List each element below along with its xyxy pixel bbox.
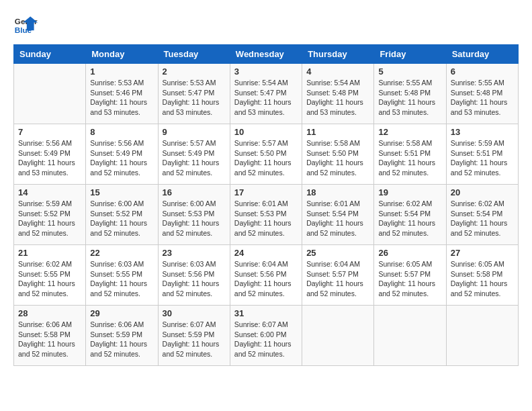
day-number: 15 [90,187,153,197]
day-info: Sunrise: 5:59 AM Sunset: 5:51 PM Dayligh… [451,138,514,178]
day-info: Sunrise: 5:55 AM Sunset: 5:48 PM Dayligh… [451,78,514,118]
day-number: 6 [451,66,514,77]
calendar-cell [374,306,446,366]
calendar-cell: 3Sunrise: 5:54 AM Sunset: 5:47 PM Daylig… [230,64,302,124]
calendar-cell: 30Sunrise: 6:07 AM Sunset: 5:59 PM Dayli… [158,306,230,366]
calendar-cell [302,306,374,366]
calendar-week-row: 28Sunrise: 6:06 AM Sunset: 5:58 PM Dayli… [14,306,519,366]
day-info: Sunrise: 6:05 AM Sunset: 5:57 PM Dayligh… [378,259,441,299]
day-number: 24 [234,248,298,258]
calendar-cell: 21Sunrise: 6:02 AM Sunset: 5:55 PM Dayli… [14,245,86,306]
day-number: 29 [90,308,153,318]
day-info: Sunrise: 6:07 AM Sunset: 6:00 PM Dayligh… [234,320,298,359]
day-info: Sunrise: 5:58 AM Sunset: 5:51 PM Dayligh… [378,138,441,178]
day-info: Sunrise: 5:56 AM Sunset: 5:49 PM Dayligh… [90,138,153,178]
calendar-cell: 26Sunrise: 6:05 AM Sunset: 5:57 PM Dayli… [374,245,446,306]
day-info: Sunrise: 5:57 AM Sunset: 5:49 PM Dayligh… [163,138,226,178]
calendar-week-row: 21Sunrise: 6:02 AM Sunset: 5:55 PM Dayli… [14,245,519,306]
calendar-cell: 13Sunrise: 5:59 AM Sunset: 5:51 PM Dayli… [446,124,518,185]
day-number: 4 [306,66,369,77]
day-info: Sunrise: 6:02 AM Sunset: 5:55 PM Dayligh… [18,259,81,299]
calendar-cell: 25Sunrise: 6:04 AM Sunset: 5:57 PM Dayli… [302,245,374,306]
day-info: Sunrise: 5:58 AM Sunset: 5:50 PM Dayligh… [306,138,369,178]
page-header: General Blue [13,13,519,38]
day-number: 20 [451,187,514,197]
day-number: 14 [18,187,81,197]
calendar-cell: 1Sunrise: 5:53 AM Sunset: 5:46 PM Daylig… [86,64,158,124]
day-number: 30 [163,308,226,318]
day-info: Sunrise: 6:04 AM Sunset: 5:56 PM Dayligh… [234,259,298,299]
header-saturday: Saturday [446,45,518,64]
day-number: 19 [378,187,441,197]
header-friday: Friday [374,45,446,64]
calendar-cell: 17Sunrise: 6:01 AM Sunset: 5:53 PM Dayli… [230,185,302,245]
calendar-cell: 6Sunrise: 5:55 AM Sunset: 5:48 PM Daylig… [446,64,518,124]
calendar-cell: 8Sunrise: 5:56 AM Sunset: 5:49 PM Daylig… [86,124,158,185]
day-info: Sunrise: 6:03 AM Sunset: 5:56 PM Dayligh… [163,259,226,299]
day-number: 18 [306,187,369,197]
calendar-cell: 15Sunrise: 6:00 AM Sunset: 5:52 PM Dayli… [86,185,158,245]
day-number: 22 [90,248,153,258]
calendar-cell: 4Sunrise: 5:54 AM Sunset: 5:48 PM Daylig… [302,64,374,124]
header-wednesday: Wednesday [230,45,302,64]
day-info: Sunrise: 6:06 AM Sunset: 5:59 PM Dayligh… [90,320,153,359]
calendar-cell: 12Sunrise: 5:58 AM Sunset: 5:51 PM Dayli… [374,124,446,185]
day-number: 12 [378,127,441,137]
calendar-cell: 27Sunrise: 6:05 AM Sunset: 5:58 PM Dayli… [446,245,518,306]
day-info: Sunrise: 6:04 AM Sunset: 5:57 PM Dayligh… [306,259,369,299]
calendar-week-row: 14Sunrise: 5:59 AM Sunset: 5:52 PM Dayli… [14,185,519,245]
day-info: Sunrise: 6:07 AM Sunset: 5:59 PM Dayligh… [163,320,226,359]
day-info: Sunrise: 5:57 AM Sunset: 5:50 PM Dayligh… [234,138,298,178]
day-number: 23 [163,248,226,258]
day-number: 16 [163,187,226,197]
day-info: Sunrise: 6:02 AM Sunset: 5:54 PM Dayligh… [451,199,514,238]
day-number: 10 [234,127,298,137]
calendar-cell: 29Sunrise: 6:06 AM Sunset: 5:59 PM Dayli… [86,306,158,366]
calendar-cell: 14Sunrise: 5:59 AM Sunset: 5:52 PM Dayli… [14,185,86,245]
calendar-cell: 18Sunrise: 6:01 AM Sunset: 5:54 PM Dayli… [302,185,374,245]
calendar-cell: 24Sunrise: 6:04 AM Sunset: 5:56 PM Dayli… [230,245,302,306]
day-number: 17 [234,187,298,197]
calendar-cell: 16Sunrise: 6:00 AM Sunset: 5:53 PM Dayli… [158,185,230,245]
day-info: Sunrise: 6:03 AM Sunset: 5:55 PM Dayligh… [90,259,153,299]
day-info: Sunrise: 6:00 AM Sunset: 5:53 PM Dayligh… [163,199,226,238]
logo-icon: General Blue [13,13,38,38]
calendar-header-row: SundayMondayTuesdayWednesdayThursdayFrid… [14,45,519,64]
day-info: Sunrise: 6:01 AM Sunset: 5:53 PM Dayligh… [234,199,298,238]
header-thursday: Thursday [302,45,374,64]
day-info: Sunrise: 5:53 AM Sunset: 5:47 PM Dayligh… [163,78,226,118]
day-number: 7 [18,127,81,137]
calendar-week-row: 1Sunrise: 5:53 AM Sunset: 5:46 PM Daylig… [14,64,519,124]
calendar-cell: 7Sunrise: 5:56 AM Sunset: 5:49 PM Daylig… [14,124,86,185]
day-info: Sunrise: 6:00 AM Sunset: 5:52 PM Dayligh… [90,199,153,238]
day-info: Sunrise: 5:53 AM Sunset: 5:46 PM Dayligh… [90,78,153,118]
day-info: Sunrise: 5:59 AM Sunset: 5:52 PM Dayligh… [18,199,81,238]
day-info: Sunrise: 6:05 AM Sunset: 5:58 PM Dayligh… [451,259,514,299]
calendar-cell: 28Sunrise: 6:06 AM Sunset: 5:58 PM Dayli… [14,306,86,366]
calendar-cell: 10Sunrise: 5:57 AM Sunset: 5:50 PM Dayli… [230,124,302,185]
header-monday: Monday [86,45,158,64]
calendar-cell: 20Sunrise: 6:02 AM Sunset: 5:54 PM Dayli… [446,185,518,245]
calendar-cell: 23Sunrise: 6:03 AM Sunset: 5:56 PM Dayli… [158,245,230,306]
day-number: 9 [163,127,226,137]
day-number: 13 [451,127,514,137]
day-number: 31 [234,308,298,318]
day-number: 21 [18,248,81,258]
calendar-table: SundayMondayTuesdayWednesdayThursdayFrid… [13,44,519,366]
day-number: 5 [378,66,441,77]
calendar-week-row: 7Sunrise: 5:56 AM Sunset: 5:49 PM Daylig… [14,124,519,185]
day-number: 3 [234,66,298,77]
day-number: 25 [306,248,369,258]
day-info: Sunrise: 5:54 AM Sunset: 5:47 PM Dayligh… [234,78,298,118]
day-number: 26 [378,248,441,258]
day-info: Sunrise: 5:55 AM Sunset: 5:48 PM Dayligh… [378,78,441,118]
calendar-cell: 22Sunrise: 6:03 AM Sunset: 5:55 PM Dayli… [86,245,158,306]
logo: General Blue [13,13,38,38]
day-info: Sunrise: 6:02 AM Sunset: 5:54 PM Dayligh… [378,199,441,238]
calendar-cell: 31Sunrise: 6:07 AM Sunset: 6:00 PM Dayli… [230,306,302,366]
day-info: Sunrise: 5:56 AM Sunset: 5:49 PM Dayligh… [18,138,81,178]
header-tuesday: Tuesday [158,45,230,64]
day-info: Sunrise: 6:01 AM Sunset: 5:54 PM Dayligh… [306,199,369,238]
calendar-cell: 19Sunrise: 6:02 AM Sunset: 5:54 PM Dayli… [374,185,446,245]
calendar-cell: 5Sunrise: 5:55 AM Sunset: 5:48 PM Daylig… [374,64,446,124]
